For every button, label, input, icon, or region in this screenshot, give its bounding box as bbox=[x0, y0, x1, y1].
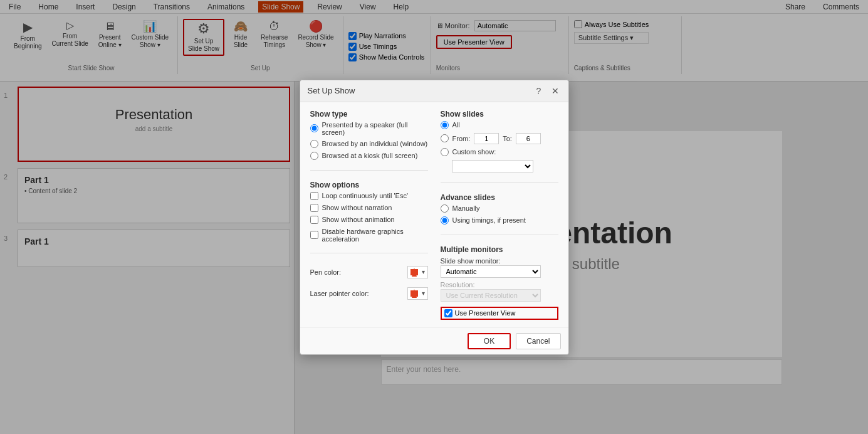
no-hw-accel-check[interactable]: Disable hardware graphics acceleration bbox=[310, 228, 428, 243]
from-input[interactable] bbox=[474, 133, 499, 144]
resolution-row: Resolution: Use Current Resolution bbox=[441, 280, 558, 302]
all-slides-radio-item[interactable]: All bbox=[441, 121, 558, 129]
presenter-view-dialog-label: Use Presenter View bbox=[455, 309, 516, 317]
no-hw-accel-input[interactable] bbox=[310, 231, 318, 239]
dialog-body: Show type Presented by a speaker (full s… bbox=[300, 102, 568, 327]
laser-color-swatch bbox=[410, 289, 421, 298]
loop-check[interactable]: Loop continuously until 'Esc' bbox=[310, 192, 428, 200]
show-type-title: Show type bbox=[310, 110, 428, 119]
timings-label: Using timings, if present bbox=[452, 216, 526, 224]
no-narration-check[interactable]: Show without narration bbox=[310, 204, 428, 212]
setup-show-dialog: Set Up Show ? ✕ Show type Presented by a… bbox=[300, 80, 569, 355]
individual-radio[interactable] bbox=[310, 140, 318, 148]
dialog-titlebar: Set Up Show ? ✕ bbox=[300, 80, 568, 102]
pen-color-button[interactable]: ▾ bbox=[407, 266, 428, 278]
to-input[interactable] bbox=[516, 133, 541, 144]
no-animation-input[interactable] bbox=[310, 216, 318, 224]
timings-radio-item[interactable]: Using timings, if present bbox=[441, 216, 558, 225]
slide-show-monitor-select[interactable]: Automatic Primary Monitor bbox=[441, 265, 541, 278]
dialog-help-icon[interactable]: ? bbox=[533, 85, 545, 97]
show-type-radio-group: Presented by a speaker (full screen) Bro… bbox=[310, 121, 428, 160]
kiosk-radio-item[interactable]: Browsed at a kiosk (full screen) bbox=[310, 152, 428, 160]
pen-color-swatch bbox=[410, 268, 421, 277]
custom-show-dropdown-container bbox=[452, 160, 558, 172]
dialog-overlay: Set Up Show ? ✕ Show type Presented by a… bbox=[0, 0, 868, 434]
dialog-left: Show type Presented by a speaker (full s… bbox=[310, 110, 428, 320]
laser-color-label: Laser pointer color: bbox=[310, 290, 369, 297]
show-slides-radios: All From: To: Custom show: bbox=[441, 121, 558, 172]
dialog-title-buttons: ? ✕ bbox=[533, 85, 561, 97]
advance-slides-title: Advance slides bbox=[441, 193, 558, 202]
from-slides-radio-item[interactable]: From: To: bbox=[441, 133, 558, 144]
laser-color-button[interactable]: ▾ bbox=[407, 287, 428, 300]
custom-show-radio-item[interactable]: Custom show: bbox=[441, 148, 558, 156]
timings-radio[interactable] bbox=[441, 216, 449, 225]
laser-color-row: Laser pointer color: ▾ bbox=[310, 287, 428, 300]
individual-radio-label: Browsed by an individual (window) bbox=[322, 140, 428, 147]
monitors-options: Slide show monitor: Automatic Primary Mo… bbox=[441, 257, 558, 320]
advance-slides-radios: Manually Using timings, if present bbox=[441, 204, 558, 225]
resolution-select[interactable]: Use Current Resolution bbox=[441, 289, 541, 302]
pen-color-row: Pen color: ▾ bbox=[310, 266, 428, 278]
custom-show-radio[interactable] bbox=[441, 148, 449, 156]
laser-color-arrow: ▾ bbox=[422, 290, 425, 297]
dialog-title: Set Up Show bbox=[308, 86, 355, 95]
dialog-footer: OK Cancel bbox=[300, 327, 568, 354]
show-slides-title: Show slides bbox=[441, 110, 558, 119]
show-type-section: Show type Presented by a speaker (full s… bbox=[310, 110, 428, 160]
loop-label: Loop continuously until 'Esc' bbox=[322, 192, 409, 199]
no-narration-input[interactable] bbox=[310, 204, 318, 212]
speaker-radio[interactable] bbox=[310, 124, 318, 132]
manually-radio[interactable] bbox=[441, 204, 449, 213]
advance-slides-section: Advance slides Manually Using timings, i… bbox=[441, 193, 558, 225]
dialog-right: Show slides All From: To: bbox=[441, 110, 558, 320]
to-label: To: bbox=[503, 135, 512, 142]
dialog-close-icon[interactable]: ✕ bbox=[550, 85, 561, 97]
slide-show-monitor-label: Slide show monitor: bbox=[441, 257, 501, 265]
kiosk-radio[interactable] bbox=[310, 152, 318, 160]
speaker-radio-item[interactable]: Presented by a speaker (full screen) bbox=[310, 121, 428, 136]
manually-label: Manually bbox=[452, 204, 480, 212]
resolution-label: Resolution: bbox=[441, 281, 475, 288]
all-slides-label: All bbox=[452, 121, 460, 129]
pen-color-label: Pen color: bbox=[310, 268, 342, 276]
no-hw-accel-label: Disable hardware graphics acceleration bbox=[322, 228, 428, 243]
pen-color-arrow: ▾ bbox=[422, 268, 425, 275]
kiosk-radio-label: Browsed at a kiosk (full screen) bbox=[322, 152, 418, 159]
slide-show-monitor-row: Slide show monitor: Automatic Primary Mo… bbox=[441, 257, 558, 278]
show-options-section: Show options Loop continuously until 'Es… bbox=[310, 181, 428, 243]
no-animation-check[interactable]: Show without animation bbox=[310, 216, 428, 224]
multiple-monitors-title: Multiple monitors bbox=[441, 245, 558, 254]
speaker-radio-label: Presented by a speaker (full screen) bbox=[322, 121, 428, 136]
no-animation-label: Show without animation bbox=[322, 216, 395, 223]
show-options-title: Show options bbox=[310, 181, 428, 189]
presenter-view-dialog-checkbox[interactable] bbox=[444, 309, 452, 317]
multiple-monitors-section: Multiple monitors Slide show monitor: Au… bbox=[441, 245, 558, 320]
from-label: From: bbox=[452, 135, 471, 142]
show-options-checkboxes: Loop continuously until 'Esc' Show witho… bbox=[310, 192, 428, 243]
individual-radio-item[interactable]: Browsed by an individual (window) bbox=[310, 140, 428, 148]
dialog-ok-button[interactable]: OK bbox=[468, 333, 511, 349]
custom-show-select[interactable] bbox=[452, 160, 533, 172]
show-slides-section: Show slides All From: To: bbox=[441, 110, 558, 172]
from-slides-radio[interactable] bbox=[441, 134, 449, 142]
loop-input[interactable] bbox=[310, 192, 318, 200]
presenter-view-check-container: Use Presenter View bbox=[441, 307, 558, 320]
custom-show-label: Custom show: bbox=[452, 148, 496, 156]
all-slides-radio[interactable] bbox=[441, 121, 449, 129]
manually-radio-item[interactable]: Manually bbox=[441, 204, 558, 213]
dialog-cancel-button[interactable]: Cancel bbox=[516, 333, 560, 349]
no-narration-label: Show without narration bbox=[322, 204, 392, 211]
